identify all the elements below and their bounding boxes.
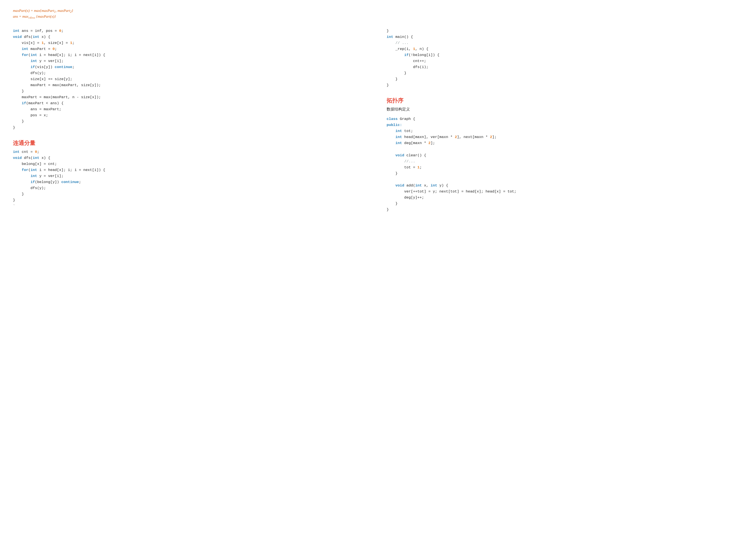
math-line-2: ans = maxx∈tree {maxPart(x)} [13,14,743,19]
sub-heading-data-structure: 数据结构定义 [387,107,743,112]
left-code-block-1: int ans = inf, pos = 0; void dfs(int x) … [13,28,369,131]
math-line-1: maxPart(x) = max{maxPart1, maxPart2} [13,9,743,13]
right-code-block-2: class Graph { public: int tot; int head[… [387,116,743,213]
left-column: int ans = inf, pos = 0; void dfs(int x) … [13,28,369,216]
right-closing-brace: } [387,28,743,34]
left-code-block-2: int cnt = 0; void dfs(int x) { belong[x]… [13,149,369,209]
page-layout: int ans = inf, pos = 0; void dfs(int x) … [13,28,743,216]
math-header: maxPart(x) = max{maxPart1, maxPart2} ans… [13,9,743,19]
section-heading-connected-components: 连通分量 [13,139,369,147]
section-heading-topological: 拓扑序 [387,97,743,104]
right-column: } int main() { // ... _rep(i, 1, n) { if… [387,28,743,213]
right-code-block-1: int main() { // ... _rep(i, 1, n) { if(!… [387,34,743,88]
